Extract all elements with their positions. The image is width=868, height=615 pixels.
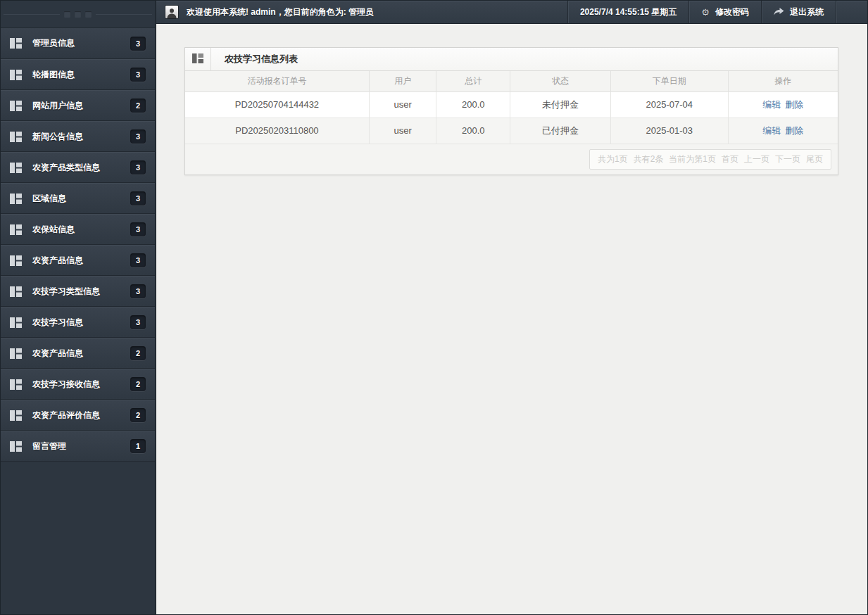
- count-badge: 2: [130, 346, 146, 360]
- grid-icon: [10, 224, 22, 235]
- grid-icon: [10, 163, 22, 173]
- pagination-first-link[interactable]: 首页: [722, 153, 738, 165]
- grid-icon: [10, 379, 22, 390]
- data-table: 活动报名订单号 用户 总计 状态 下单日期 操作 PD2025070414443…: [185, 71, 838, 144]
- count-badge: 3: [130, 68, 146, 82]
- count-badge: 3: [130, 129, 146, 144]
- sidebar-item-news-info[interactable]: 新闻公告信息 3: [1, 121, 155, 152]
- sidebar-item-product-info[interactable]: 农资产品信息 3: [1, 245, 155, 276]
- gear-icon: ⚙: [701, 7, 710, 18]
- sidebar-menu: 管理员信息 3 轮播图信息 3 网站用户信息 2 新闻公告信息 3 农资产品类型…: [1, 28, 155, 462]
- sidebar-item-site-user-info[interactable]: 网站用户信息 2: [1, 90, 155, 121]
- sidebar-item-label: 农技学习接收信息: [32, 379, 100, 391]
- grid-icon: [10, 38, 22, 49]
- drag-handle-icon: [4, 11, 152, 18]
- col-header-status: 状态: [510, 71, 611, 91]
- pagination-prev-link[interactable]: 上一页: [744, 153, 769, 165]
- panel-footer: 共为1页 共有2条 当前为第1页 首页 上一页 下一页 尾页: [185, 144, 838, 175]
- col-header-total: 总计: [436, 71, 510, 91]
- count-badge: 3: [130, 253, 146, 267]
- sidebar-item-region-info[interactable]: 区域信息 3: [1, 183, 155, 214]
- cell-date: 2025-01-03: [610, 118, 728, 144]
- grid-icon: [10, 70, 22, 80]
- sidebar-item-product-order-info[interactable]: 农资产品信息 2: [1, 338, 155, 369]
- delete-link[interactable]: 删除: [785, 99, 803, 110]
- grid-icon: [10, 194, 22, 204]
- sidebar-item-station-info[interactable]: 农保站信息 3: [1, 214, 155, 245]
- col-header-order-no: 活动报名订单号: [185, 71, 369, 91]
- cell-actions: 编辑删除: [728, 91, 838, 118]
- sidebar-item-carousel-info[interactable]: 轮播图信息 3: [1, 59, 155, 90]
- table-header-row: 活动报名订单号 用户 总计 状态 下单日期 操作: [185, 71, 838, 91]
- delete-link[interactable]: 删除: [785, 125, 803, 136]
- change-password-label: 修改密码: [715, 6, 749, 18]
- sidebar-item-admin-info[interactable]: 管理员信息 3: [1, 28, 155, 59]
- col-header-actions: 操作: [728, 71, 838, 91]
- grid-icon: [10, 317, 22, 328]
- cell-order-no: PD20250203110800: [185, 118, 369, 144]
- count-badge: 3: [130, 222, 146, 236]
- sidebar-item-label: 留言管理: [32, 440, 66, 452]
- pagination-next-link[interactable]: 下一页: [775, 153, 800, 165]
- cell-actions: 编辑删除: [728, 118, 838, 144]
- content-area: 农技学习信息列表 活动报名订单号 用户 总计 状态 下单日期: [156, 24, 867, 614]
- grid-icon: [10, 441, 22, 452]
- change-password-button[interactable]: ⚙ 修改密码: [688, 1, 761, 23]
- logout-label: 退出系统: [790, 6, 824, 18]
- count-badge: 3: [130, 315, 146, 329]
- sidebar-item-label: 农资产品类型信息: [32, 162, 100, 174]
- sidebar-item-label: 区域信息: [32, 193, 66, 205]
- grid-icon: [10, 410, 22, 421]
- cell-user: user: [369, 118, 436, 144]
- sidebar-item-label: 农资产品信息: [32, 348, 83, 360]
- pagination: 共为1页 共有2条 当前为第1页 首页 上一页 下一页 尾页: [589, 149, 831, 170]
- sidebar-item-learning-type-info[interactable]: 农技学习类型信息 3: [1, 276, 155, 307]
- pagination-last-link[interactable]: 尾页: [806, 153, 823, 165]
- list-panel: 农技学习信息列表 活动报名订单号 用户 总计 状态 下单日期: [184, 47, 838, 175]
- datetime-text: 2025/7/4 14:55:15 星期五: [580, 6, 677, 18]
- topbar-spacer: [836, 1, 867, 23]
- count-badge: 2: [130, 99, 146, 113]
- cell-status: 未付押金: [510, 91, 611, 118]
- count-badge: 1: [130, 439, 146, 453]
- sidebar-item-message-management[interactable]: 留言管理 1: [1, 431, 155, 462]
- table-row: PD20250203110800 user 200.0 已付押金 2025-01…: [185, 118, 838, 144]
- main-area: 欢迎使用本系统! admin，您目前的角色为: 管理员 2025/7/4 14:…: [156, 1, 867, 614]
- edit-link[interactable]: 编辑: [762, 125, 781, 136]
- count-badge: 3: [130, 160, 146, 175]
- sidebar-collapse-handle[interactable]: [1, 1, 155, 28]
- cell-user: user: [369, 91, 436, 118]
- cell-order-no: PD20250704144432: [185, 91, 369, 118]
- cell-total: 200.0: [436, 118, 510, 144]
- pagination-current-page: 当前为第1页: [669, 153, 716, 165]
- datetime-display: 2025/7/4 14:55:15 星期五: [567, 1, 688, 23]
- grid-icon: [10, 132, 22, 142]
- grid-icon: [10, 348, 22, 359]
- grid-icon: [192, 53, 203, 65]
- welcome-text: 欢迎使用本系统! admin，您目前的角色为: 管理员: [187, 6, 374, 18]
- sidebar-item-learning-receive-info[interactable]: 农技学习接收信息 2: [1, 369, 155, 400]
- grid-icon: [10, 255, 22, 266]
- pagination-total-pages: 共为1页: [598, 153, 628, 165]
- sidebar-item-learning-info[interactable]: 农技学习信息 3: [1, 307, 155, 338]
- count-badge: 2: [130, 377, 146, 391]
- panel-title: 农技学习信息列表: [211, 48, 298, 70]
- sidebar-item-product-type-info[interactable]: 农资产品类型信息 3: [1, 152, 155, 183]
- edit-link[interactable]: 编辑: [762, 99, 781, 110]
- count-badge: 3: [130, 191, 146, 205]
- table-row: PD20250704144432 user 200.0 未付押金 2025-07…: [185, 91, 838, 118]
- topbar-actions: 2025/7/4 14:55:15 星期五 ⚙ 修改密码 退出系统: [567, 1, 867, 23]
- sidebar-item-label: 管理员信息: [32, 37, 75, 49]
- count-badge: 3: [130, 37, 146, 51]
- sidebar-item-label: 农资产品信息: [32, 255, 83, 267]
- sidebar-item-product-review-info[interactable]: 农资产品评价信息 2: [1, 400, 155, 431]
- count-badge: 2: [130, 408, 146, 422]
- cell-status: 已付押金: [510, 118, 611, 144]
- sidebar-item-label: 网站用户信息: [32, 100, 83, 112]
- grid-icon: [10, 101, 22, 111]
- topbar: 欢迎使用本系统! admin，您目前的角色为: 管理员 2025/7/4 14:…: [156, 1, 867, 24]
- logout-button[interactable]: 退出系统: [761, 1, 836, 23]
- sidebar-item-label: 农保站信息: [32, 224, 75, 236]
- sidebar-item-label: 新闻公告信息: [32, 131, 83, 143]
- sidebar-item-label: 农技学习类型信息: [32, 286, 100, 298]
